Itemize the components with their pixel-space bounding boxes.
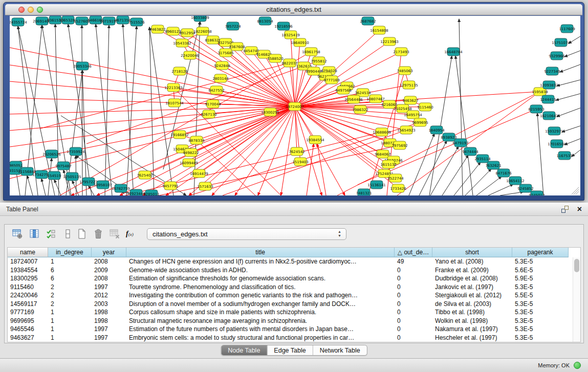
table-cell[interactable]: de Silva et al. (2003) xyxy=(432,300,512,309)
graph-node[interactable]: 20053346 xyxy=(73,62,92,70)
table-cell[interactable]: Disruption of a novel member of a sodium… xyxy=(126,300,395,309)
graph-node[interactable]: 6497568 xyxy=(335,86,351,94)
table-cell[interactable]: 0 xyxy=(395,291,432,300)
table-row[interactable]: 911546021997Tourette syndrome. Phenomeno… xyxy=(8,283,573,292)
graph-node[interactable]: 7625402 xyxy=(137,171,153,179)
column-header[interactable]: pagerank xyxy=(512,248,569,257)
graph-node[interactable]: 7481321 xyxy=(356,189,372,195)
graph-node[interactable]: 2522744 xyxy=(387,174,404,182)
table-cell[interactable]: 2003 xyxy=(92,300,126,309)
graph-node[interactable]: 15751074 xyxy=(552,38,570,47)
black-edge[interactable] xyxy=(54,180,61,195)
table-cell[interactable]: 0 xyxy=(395,283,432,292)
table-cell[interactable]: 9115460 xyxy=(8,283,48,292)
table-cell[interactable]: 5.3E-5 xyxy=(512,283,569,292)
trash-icon[interactable] xyxy=(93,228,104,239)
table-cell[interactable]: 6 xyxy=(48,266,92,275)
select-columns-icon[interactable] xyxy=(46,228,57,239)
table-cell[interactable]: Dudbridge et al. (2008) xyxy=(432,274,512,283)
close-panel-icon[interactable]: × xyxy=(577,204,582,215)
graph-node[interactable]: 7986322 xyxy=(352,105,368,114)
table-cell[interactable]: Corpus callosum shape and size in male p… xyxy=(126,308,395,317)
graph-node[interactable]: 8960123 xyxy=(165,27,181,35)
table-row[interactable]: 969969511998Structural magnetic resonanc… xyxy=(8,317,573,325)
new-document-icon[interactable] xyxy=(76,228,88,239)
table-cell[interactable]: 0 xyxy=(395,266,432,275)
table-cell[interactable]: Stergiakouli et al. (2012) xyxy=(432,291,512,300)
table-cell[interactable]: Structural magnetic resonance image aver… xyxy=(126,317,395,325)
graph-node[interactable]: 7632621 xyxy=(485,161,501,169)
graph-node[interactable]: 9329966 xyxy=(549,52,565,60)
graph-node[interactable]: 19218596 xyxy=(274,22,293,30)
black-edge[interactable] xyxy=(562,126,580,132)
graph-node[interactable]: 2803144 xyxy=(212,74,229,82)
black-edge[interactable] xyxy=(105,25,109,195)
minimize-window-icon[interactable] xyxy=(28,7,34,13)
graph-node[interactable]: 16914479 xyxy=(190,169,208,178)
resize-grip-icon[interactable] xyxy=(572,187,579,194)
graph-node[interactable]: 9975487 xyxy=(55,162,71,170)
black-edge[interactable] xyxy=(454,162,481,195)
graph-node[interactable]: 19384554 xyxy=(306,136,324,144)
graph-node[interactable]: 10688609 xyxy=(373,128,391,136)
table-cell[interactable]: 1 xyxy=(48,308,92,317)
graph-node[interactable]: 7624542 xyxy=(289,147,304,156)
table-row[interactable]: 1938455462009Genome-wide association stu… xyxy=(8,266,573,275)
red-edge[interactable] xyxy=(145,106,295,175)
table-cell[interactable]: 49 xyxy=(395,257,432,266)
graph-node[interactable]: 7463822 xyxy=(149,25,165,33)
table-cell[interactable]: 18724007 xyxy=(8,257,48,266)
table-cell[interactable]: 2 xyxy=(48,291,92,300)
graph-node[interactable]: 8813054 xyxy=(257,17,273,25)
graph-node[interactable]: 8267130 xyxy=(201,110,216,118)
graph-node[interactable]: 7857224 xyxy=(225,22,241,30)
table-cell[interactable]: 1997 xyxy=(92,334,126,342)
table-cell[interactable]: 5.5E-5 xyxy=(512,291,569,300)
graph-node[interactable]: 15932971 xyxy=(545,127,563,135)
table-cell[interactable]: 0 xyxy=(395,334,432,342)
black-edge[interactable] xyxy=(572,150,580,157)
black-edge[interactable] xyxy=(556,94,580,100)
rows-icon[interactable] xyxy=(62,228,73,239)
red-edge[interactable] xyxy=(10,81,295,106)
memory-ok-indicator-icon[interactable] xyxy=(574,362,581,369)
graph-node[interactable]: 6479197 xyxy=(452,139,468,147)
graph-node[interactable]: 7485063 xyxy=(397,67,412,75)
table-cell[interactable]: Nakamura et al. (1997) xyxy=(432,325,512,334)
table-cell[interactable]: 5.9E-5 xyxy=(512,274,569,283)
graph-node[interactable]: 10654112 xyxy=(506,177,525,185)
table-cell[interactable]: 2008 xyxy=(92,274,126,283)
graph-node[interactable]: 18226058 xyxy=(193,27,212,35)
function-icon[interactable]: f(x) xyxy=(126,228,137,239)
graph-node[interactable]: 9474444 xyxy=(462,147,478,156)
column-icon[interactable] xyxy=(29,228,40,239)
red-edge[interactable] xyxy=(295,106,382,132)
red-edge[interactable] xyxy=(295,106,297,151)
graph-node[interactable]: 1588520 xyxy=(267,54,283,62)
black-edge[interactable] xyxy=(476,177,502,195)
black-edge[interactable] xyxy=(557,80,580,86)
graph-node[interactable]: 15654923 xyxy=(397,126,416,134)
graph-node[interactable]: 1167533 xyxy=(556,151,572,160)
table-cell[interactable]: 2012 xyxy=(92,291,126,300)
table-cell[interactable]: 5.3E-5 xyxy=(512,257,569,266)
graph-node[interactable]: 7955812 xyxy=(311,57,326,65)
table-cell[interactable]: 9465546 xyxy=(8,325,48,334)
graph-node[interactable]: 16033809 xyxy=(191,16,209,21)
column-header[interactable]: short xyxy=(432,248,512,257)
zoom-window-icon[interactable] xyxy=(37,7,43,13)
red-edge[interactable] xyxy=(295,42,300,106)
graph-node[interactable]: 16961758 xyxy=(302,48,320,56)
graph-node[interactable]: 9227349 xyxy=(544,67,560,75)
graph-node[interactable]: 8878334 xyxy=(188,136,205,144)
black-edge[interactable] xyxy=(564,51,580,57)
table-cell[interactable]: 5.3E-5 xyxy=(512,317,569,325)
graph-node[interactable]: 8822037 xyxy=(281,59,297,67)
black-edge[interactable] xyxy=(68,24,92,195)
tab-node-table[interactable]: Node Table xyxy=(221,345,267,355)
graph-node[interactable]: 16154808 xyxy=(370,26,388,34)
graph-node[interactable]: 2173493 xyxy=(393,48,409,56)
graph-node[interactable]: 12975135 xyxy=(400,81,418,89)
graph-node[interactable]: 16648784 xyxy=(444,48,463,56)
table-cell[interactable]: 1 xyxy=(48,257,92,266)
